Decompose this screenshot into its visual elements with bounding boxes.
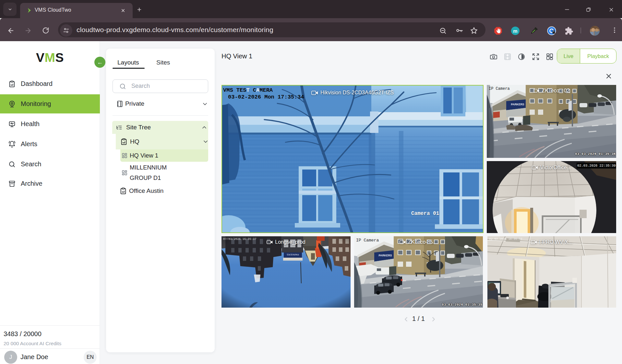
svg-text:m: m xyxy=(513,28,517,34)
svg-text:PARKERS: PARKERS xyxy=(379,254,392,257)
svg-text:PARKERS: PARKERS xyxy=(511,103,524,106)
